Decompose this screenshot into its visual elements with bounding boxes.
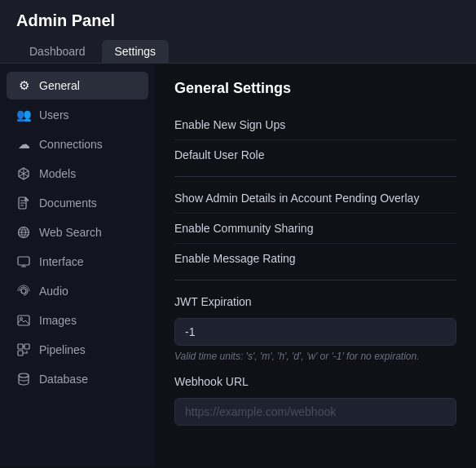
webhook-placeholder: https://example.com/webhook [174, 398, 456, 426]
sidebar-item-users[interactable]: 👥 Users [7, 101, 148, 129]
sidebar-item-models[interactable]: Models [7, 160, 148, 188]
setting-enable-message-rating[interactable]: Enable Message Rating [174, 244, 456, 273]
users-icon: 👥 [16, 108, 31, 122]
sidebar-item-pipelines[interactable]: Pipelines [7, 336, 148, 364]
tab-dashboard[interactable]: Dashboard [16, 40, 99, 63]
svg-rect-2 [18, 257, 29, 265]
images-icon [16, 313, 31, 328]
sidebar-item-label: Pipelines [39, 343, 86, 356]
page-title: Admin Panel [16, 11, 460, 30]
sidebar-item-label: General [39, 79, 80, 92]
sidebar-item-audio[interactable]: Audio [7, 277, 148, 305]
settings-jwt: JWT Expiration Valid time units: 's', 'm… [174, 287, 456, 362]
globe-icon [16, 225, 31, 240]
main-content: General Settings Enable New Sign Ups Def… [155, 64, 476, 466]
jwt-hint: Valid time units: 's', 'm', 'h', 'd', 'w… [174, 351, 456, 362]
document-icon [16, 196, 31, 210]
sidebar-item-database[interactable]: Database [7, 365, 148, 393]
sidebar-item-label: Documents [39, 196, 97, 210]
sidebar-item-label: Database [39, 373, 88, 386]
svg-rect-4 [18, 316, 29, 325]
svg-rect-8 [18, 351, 23, 355]
settings-webhook: Webhook URL https://example.com/webhook [174, 372, 456, 426]
sidebar-item-label: Web Search [39, 226, 102, 239]
sidebar-item-label: Users [39, 108, 69, 121]
setting-show-admin-details[interactable]: Show Admin Details in Account Pending Ov… [174, 183, 456, 214]
setting-default-user-role[interactable]: Default User Role [174, 140, 456, 170]
sidebar-item-general[interactable]: ⚙ General [7, 72, 148, 99]
setting-enable-community-sharing[interactable]: Enable Community Sharing [174, 214, 456, 244]
section-title: General Settings [174, 80, 456, 97]
cloud-icon: ☁ [16, 137, 31, 152]
tab-bar: Dashboard Settings [16, 40, 460, 63]
gear-icon: ⚙ [16, 78, 31, 93]
sidebar-item-web-search[interactable]: Web Search [7, 219, 148, 246]
svg-rect-6 [18, 344, 23, 349]
webhook-label: Webhook URL [174, 375, 249, 388]
jwt-input[interactable] [174, 318, 456, 346]
sidebar-item-interface[interactable]: Interface [7, 248, 148, 276]
svg-point-9 [19, 373, 29, 377]
setting-enable-new-signups[interactable]: Enable New Sign Ups [174, 110, 456, 140]
sidebar-item-label: Models [39, 167, 76, 180]
monitor-icon [16, 254, 31, 269]
sidebar: ⚙ General 👥 Users ☁ Connections Models [0, 64, 155, 466]
settings-group-1: Enable New Sign Ups Default User Role [174, 110, 456, 170]
pipelines-icon [16, 342, 31, 357]
jwt-label: JWT Expiration [174, 295, 252, 308]
models-icon [16, 166, 31, 181]
sidebar-item-documents[interactable]: Documents [7, 189, 148, 217]
main-layout: ⚙ General 👥 Users ☁ Connections Models [0, 64, 476, 466]
header: Admin Panel Dashboard Settings [0, 0, 476, 64]
tab-settings[interactable]: Settings [102, 40, 170, 63]
sidebar-item-connections[interactable]: ☁ Connections [7, 130, 148, 158]
audio-icon [16, 284, 31, 298]
divider-2 [174, 280, 456, 280]
svg-point-3 [21, 289, 26, 294]
settings-group-2: Show Admin Details in Account Pending Ov… [174, 183, 456, 273]
sidebar-item-label: Interface [39, 255, 83, 268]
divider-1 [174, 176, 456, 177]
database-icon [16, 372, 31, 386]
sidebar-item-label: Images [39, 314, 77, 327]
sidebar-item-label: Connections [39, 138, 103, 151]
sidebar-item-images[interactable]: Images [7, 307, 148, 334]
sidebar-item-label: Audio [39, 285, 68, 298]
svg-rect-7 [24, 344, 29, 349]
